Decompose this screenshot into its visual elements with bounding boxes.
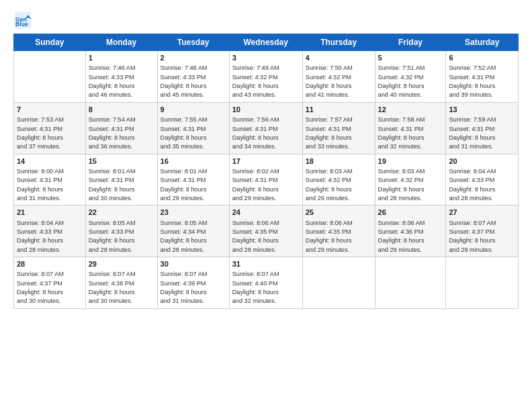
cell-info: and 28 minutes. bbox=[17, 246, 83, 255]
cell-info: Daylight: 8 hours bbox=[449, 236, 515, 245]
cell-info: Sunrise: 7:53 AM bbox=[17, 116, 83, 124]
day-number: 29 bbox=[89, 259, 154, 269]
cell-info: and 28 minutes. bbox=[161, 246, 226, 255]
day-cell: 19Sunrise: 8:03 AMSunset: 4:32 PMDayligh… bbox=[375, 154, 446, 205]
cell-info: Daylight: 8 hours bbox=[89, 82, 154, 91]
cell-info: and 41 minutes. bbox=[306, 91, 372, 99]
cell-info: Sunrise: 8:07 AM bbox=[89, 270, 154, 279]
cell-info: Daylight: 8 hours bbox=[17, 288, 83, 297]
logo-icon: Gen Blue bbox=[13, 11, 32, 30]
cell-info: and 30 minutes. bbox=[89, 297, 154, 306]
cell-info: Sunset: 4:31 PM bbox=[17, 125, 83, 134]
cell-info: Daylight: 8 hours bbox=[306, 236, 372, 245]
cell-info: and 28 minutes. bbox=[378, 194, 443, 203]
cell-info: and 29 minutes. bbox=[306, 246, 372, 255]
day-cell: 15Sunrise: 8:01 AMSunset: 4:31 PMDayligh… bbox=[85, 154, 157, 205]
cell-info: and 35 minutes. bbox=[161, 142, 226, 151]
cell-info: and 37 minutes. bbox=[17, 142, 83, 151]
cell-info: Sunset: 4:32 PM bbox=[378, 176, 443, 185]
col-header-tuesday: Tuesday bbox=[157, 34, 229, 51]
cell-info: Sunrise: 7:59 AM bbox=[449, 116, 515, 124]
cell-info: Sunrise: 8:07 AM bbox=[17, 270, 83, 279]
cell-info: Sunset: 4:36 PM bbox=[378, 228, 443, 236]
day-cell: 25Sunrise: 8:06 AMSunset: 4:35 PMDayligh… bbox=[302, 205, 375, 257]
cell-info: and 32 minutes. bbox=[378, 142, 443, 151]
cell-info: Sunset: 4:31 PM bbox=[306, 125, 372, 134]
cell-info: and 31 minutes. bbox=[161, 297, 226, 306]
cell-info: Sunrise: 7:52 AM bbox=[449, 64, 515, 73]
day-cell: 17Sunrise: 8:02 AMSunset: 4:31 PMDayligh… bbox=[229, 154, 302, 205]
cell-info: Daylight: 8 hours bbox=[306, 82, 372, 91]
col-header-saturday: Saturday bbox=[446, 34, 519, 51]
day-number: 9 bbox=[161, 105, 226, 115]
cell-info: Sunset: 4:37 PM bbox=[17, 279, 83, 288]
day-cell: 29Sunrise: 8:07 AMSunset: 4:38 PMDayligh… bbox=[85, 257, 157, 309]
cell-info: Sunset: 4:32 PM bbox=[378, 73, 443, 82]
cell-info: Sunset: 4:31 PM bbox=[89, 125, 154, 134]
cell-info: Daylight: 8 hours bbox=[449, 82, 515, 91]
week-row-3: 14Sunrise: 8:00 AMSunset: 4:31 PMDayligh… bbox=[14, 154, 519, 205]
cell-info: Sunset: 4:33 PM bbox=[449, 176, 515, 185]
day-number: 11 bbox=[306, 105, 372, 115]
cell-info: Sunset: 4:37 PM bbox=[449, 228, 515, 236]
cell-info: Sunset: 4:31 PM bbox=[161, 176, 226, 185]
cell-info: and 46 minutes. bbox=[89, 91, 154, 99]
cell-info: and 28 minutes. bbox=[449, 194, 515, 203]
day-number: 30 bbox=[161, 259, 226, 269]
page: Gen Blue SundayMondayTuesdayWednesdayThu… bbox=[0, 0, 532, 411]
cell-info: Sunrise: 8:06 AM bbox=[378, 219, 443, 228]
cell-info: Sunrise: 8:03 AM bbox=[378, 167, 443, 176]
col-header-monday: Monday bbox=[85, 34, 157, 51]
cell-info: Sunrise: 8:01 AM bbox=[161, 167, 226, 176]
cell-info: Sunset: 4:31 PM bbox=[449, 125, 515, 134]
cell-info: Sunrise: 7:49 AM bbox=[232, 64, 300, 73]
day-number: 3 bbox=[232, 53, 300, 63]
day-cell: 1Sunrise: 7:46 AMSunset: 4:33 PMDaylight… bbox=[85, 51, 157, 103]
cell-info: and 29 minutes. bbox=[378, 246, 443, 255]
cell-info: Daylight: 8 hours bbox=[306, 134, 372, 142]
cell-info: Daylight: 8 hours bbox=[449, 134, 515, 142]
cell-info: Daylight: 8 hours bbox=[378, 134, 443, 142]
cell-info: and 43 minutes. bbox=[232, 91, 300, 99]
day-number: 1 bbox=[89, 53, 154, 63]
day-number: 16 bbox=[161, 156, 226, 167]
cell-info: Sunset: 4:33 PM bbox=[17, 228, 83, 236]
cell-info: Sunset: 4:31 PM bbox=[89, 176, 154, 185]
day-cell: 24Sunrise: 8:06 AMSunset: 4:35 PMDayligh… bbox=[229, 205, 302, 257]
day-number: 15 bbox=[89, 156, 154, 167]
cell-info: Sunset: 4:33 PM bbox=[161, 73, 226, 82]
cell-info: Sunset: 4:39 PM bbox=[161, 279, 226, 288]
day-number: 25 bbox=[306, 208, 372, 218]
cell-info: Daylight: 8 hours bbox=[449, 185, 515, 194]
cell-info: and 30 minutes. bbox=[17, 297, 83, 306]
cell-info: Daylight: 8 hours bbox=[378, 82, 443, 91]
week-row-1: 1Sunrise: 7:46 AMSunset: 4:33 PMDaylight… bbox=[14, 51, 519, 103]
day-number: 7 bbox=[17, 105, 83, 115]
day-cell: 22Sunrise: 8:05 AMSunset: 4:33 PMDayligh… bbox=[85, 205, 157, 257]
day-cell: 13Sunrise: 7:59 AMSunset: 4:31 PMDayligh… bbox=[446, 102, 519, 154]
cell-info: Sunset: 4:38 PM bbox=[89, 279, 154, 288]
svg-text:Blue: Blue bbox=[15, 21, 28, 28]
cell-info: Daylight: 8 hours bbox=[232, 236, 300, 245]
week-row-5: 28Sunrise: 8:07 AMSunset: 4:37 PMDayligh… bbox=[14, 257, 519, 309]
day-cell: 4Sunrise: 7:50 AMSunset: 4:32 PMDaylight… bbox=[302, 51, 375, 103]
cell-info: Sunrise: 8:01 AM bbox=[89, 167, 154, 176]
day-number: 22 bbox=[89, 208, 154, 218]
cell-info: Sunset: 4:33 PM bbox=[89, 73, 154, 82]
logo: Gen Blue bbox=[13, 11, 35, 30]
cell-info: and 29 minutes. bbox=[306, 194, 372, 203]
day-number: 5 bbox=[378, 53, 443, 63]
day-cell bbox=[302, 257, 375, 309]
day-cell: 20Sunrise: 8:04 AMSunset: 4:33 PMDayligh… bbox=[446, 154, 519, 205]
day-cell bbox=[14, 51, 86, 103]
day-cell: 31Sunrise: 8:07 AMSunset: 4:40 PMDayligh… bbox=[229, 257, 302, 309]
cell-info: Daylight: 8 hours bbox=[17, 134, 83, 142]
day-cell: 3Sunrise: 7:49 AMSunset: 4:32 PMDaylight… bbox=[229, 51, 302, 103]
cell-info: Daylight: 8 hours bbox=[232, 288, 300, 297]
week-row-2: 7Sunrise: 7:53 AMSunset: 4:31 PMDaylight… bbox=[14, 102, 519, 154]
day-number: 19 bbox=[378, 156, 443, 167]
cell-info: Daylight: 8 hours bbox=[232, 134, 300, 142]
cell-info: Sunset: 4:35 PM bbox=[232, 228, 300, 236]
cell-info: Sunset: 4:31 PM bbox=[232, 125, 300, 134]
cell-info: and 45 minutes. bbox=[161, 91, 226, 99]
